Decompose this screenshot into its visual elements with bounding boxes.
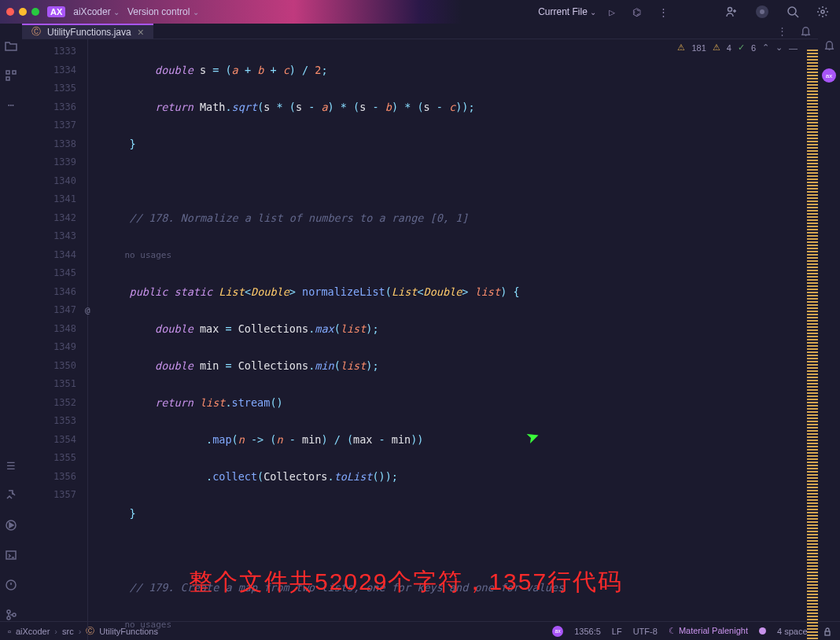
- search-icon[interactable]: [787, 6, 799, 18]
- tab-bar: Ⓒ UtilityFunctions.java × ⋮: [22, 24, 818, 39]
- svg-point-11: [7, 610, 10, 613]
- close-button[interactable]: [6, 8, 14, 16]
- window-controls: [6, 8, 39, 16]
- vcs-menu[interactable]: Version control ⌄: [127, 6, 199, 17]
- tab-label: UtilityFunctions.java: [47, 27, 131, 38]
- svg-rect-6: [13, 71, 16, 74]
- bell-icon[interactable]: [823, 39, 835, 51]
- structure-icon[interactable]: [5, 69, 17, 82]
- run-target-selector[interactable]: Current File ⌄: [538, 6, 596, 17]
- editor[interactable]: ⚠181 ⚠4 ✓6 ⌃ ⌄ — 1333 1334 1335 1336 133…: [22, 39, 818, 640]
- git-icon[interactable]: [5, 609, 17, 621]
- more-icon[interactable]: ⋯: [8, 99, 14, 111]
- overlay-annotation: 整个文件共52029个字符，1357行代码: [189, 566, 623, 598]
- run-tool-icon[interactable]: [5, 519, 17, 531]
- svg-rect-14: [825, 631, 830, 635]
- project-selector[interactable]: aiXcoder ⌄: [73, 6, 120, 17]
- more-icon[interactable]: ⋮: [658, 6, 669, 18]
- more-icon[interactable]: ⋮: [777, 25, 787, 37]
- chevron-down-icon: ⌄: [590, 8, 596, 17]
- svg-point-3: [788, 7, 796, 15]
- folder-icon[interactable]: [5, 39, 17, 52]
- bell-icon[interactable]: [800, 25, 812, 37]
- tab-utilityfunctions[interactable]: Ⓒ UtilityFunctions.java ×: [22, 24, 153, 39]
- brand-badge: AX: [47, 6, 65, 17]
- line-gutter[interactable]: 1333 1334 1335 1336 1337 1338 1339 1340 …: [22, 39, 88, 640]
- svg-rect-7: [6, 77, 9, 80]
- terminal-icon[interactable]: [5, 549, 17, 561]
- close-icon[interactable]: ×: [138, 26, 144, 39]
- menu-icon[interactable]: ☰: [6, 460, 16, 472]
- editor-column: Ⓒ UtilityFunctions.java × ⋮ ⚠181 ⚠4 ✓6 ⌃…: [22, 24, 818, 621]
- svg-point-2: [760, 9, 764, 14]
- problems-icon[interactable]: [5, 579, 17, 591]
- svg-point-13: [13, 613, 16, 616]
- zoom-button[interactable]: [31, 8, 39, 16]
- debug-icon[interactable]: ⌬: [632, 6, 641, 18]
- right-tool-strip: ax: [818, 24, 840, 621]
- main-area: ⋯ ☰ Ⓒ UtilityFunctions.java × ⋮ ⚠181 ⚠4 …: [0, 24, 840, 621]
- folder-icon: ▫: [8, 627, 11, 636]
- chevron-down-icon: ⌄: [193, 8, 199, 17]
- aix-badge-icon[interactable]: ax: [822, 68, 836, 83]
- minimize-button[interactable]: [19, 8, 27, 16]
- avatar-icon[interactable]: [755, 5, 769, 19]
- left-tool-strip: ⋯ ☰: [0, 24, 22, 621]
- code-area[interactable]: double s = (a + b + c) / 2; return Math.…: [88, 39, 807, 640]
- chevron-down-icon: ⌄: [113, 8, 120, 17]
- svg-point-0: [728, 8, 732, 12]
- gear-icon[interactable]: [816, 6, 829, 18]
- svg-rect-5: [6, 71, 9, 74]
- svg-point-4: [821, 10, 824, 13]
- java-class-icon: Ⓒ: [31, 25, 41, 39]
- svg-point-12: [7, 616, 10, 620]
- title-bar: AX aiXcoder ⌄ Version control ⌄ Current …: [0, 0, 840, 24]
- add-user-icon[interactable]: [725, 6, 738, 18]
- bookmarks-icon[interactable]: [5, 489, 17, 502]
- error-stripe[interactable]: [807, 39, 818, 640]
- lock-icon[interactable]: [823, 627, 832, 636]
- svg-rect-9: [6, 551, 16, 559]
- run-icon[interactable]: ▷: [609, 6, 615, 18]
